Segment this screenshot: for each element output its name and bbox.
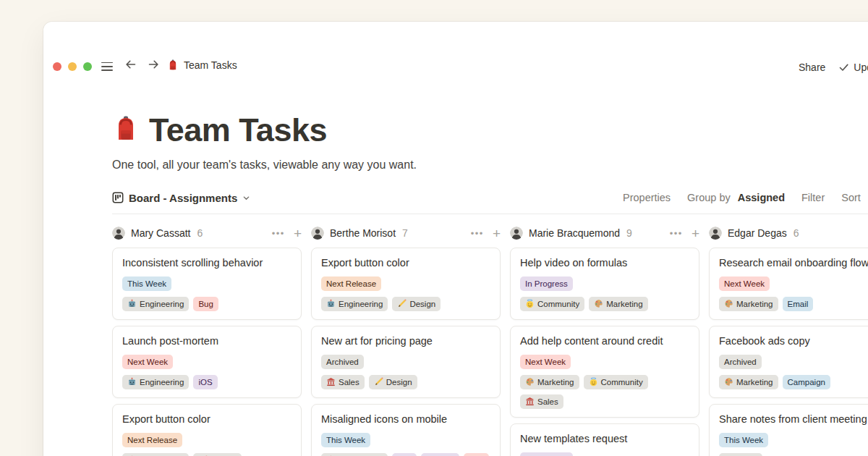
tag-pill: Engineering: [122, 297, 189, 311]
task-card[interactable]: Add help content around creditNext WeekM…: [510, 326, 699, 418]
tag-pill: In Progress: [520, 276, 573, 291]
zoom-window-button[interactable]: [83, 62, 92, 71]
pencil-icon: [397, 299, 407, 310]
task-card[interactable]: Help video on formulasIn ProgressCommuni…: [510, 248, 699, 320]
task-card[interactable]: Share notes from client meetingThis Week…: [709, 404, 868, 456]
tag-pill: Marketing: [589, 297, 648, 311]
tag-pill: Engineering: [122, 375, 189, 389]
tag-pill: This Week: [122, 276, 171, 291]
card-count: 6: [793, 227, 799, 239]
column-header: Edgar Degas6•••+: [709, 225, 868, 241]
bank-icon: [525, 397, 535, 408]
tag-pill: Design: [369, 375, 417, 389]
task-card[interactable]: Misaligned icons on mobileThis WeekEngin…: [311, 404, 501, 456]
properties-button[interactable]: Properties: [623, 192, 671, 203]
filter-button[interactable]: Filter: [801, 192, 825, 203]
task-title: Add help content around credit: [520, 334, 689, 348]
column-add-card-button[interactable]: +: [692, 227, 699, 240]
tag-pill: Marketing: [520, 375, 579, 389]
view-name: Board - Assignments: [129, 192, 237, 204]
tag-pill: Archived: [321, 355, 364, 369]
column-add-card-button[interactable]: +: [493, 227, 501, 240]
tag-pill: iOS: [193, 375, 217, 389]
task-title: Research email onboarding flows: [719, 256, 868, 270]
task-card[interactable]: New art for pricing pageArchivedSalesDes…: [311, 326, 501, 398]
column-add-card-button[interactable]: +: [294, 227, 302, 240]
column-more-button[interactable]: •••: [471, 228, 484, 239]
tag-pill: Sales: [719, 453, 762, 456]
tag-pill: In Progress: [520, 452, 573, 456]
task-title: Facebook ads copy: [719, 334, 868, 348]
column-header: Berthe Morisot7•••+: [311, 225, 501, 241]
column-more-button[interactable]: •••: [670, 228, 683, 239]
breadcrumb[interactable]: Team Tasks: [167, 59, 237, 71]
tag-pill: iOS: [392, 453, 416, 456]
task-title: New templates request: [520, 432, 689, 446]
window-chrome: Team Tasks Share Upd: [43, 22, 868, 81]
share-button[interactable]: Share: [799, 62, 825, 73]
view-toolbar: Board - Assignments Properties Group byA…: [112, 187, 868, 208]
tag-pill: Engineering: [321, 453, 388, 456]
task-title: Misaligned icons on mobile: [321, 413, 490, 426]
tag-pill: Email: [783, 297, 814, 311]
tag-pill: Design: [193, 453, 242, 456]
tag-pill: Next Release: [321, 276, 381, 291]
sidebar-menu-icon[interactable]: [101, 62, 113, 71]
task-card[interactable]: Export button colorNext ReleaseEngineeri…: [112, 404, 302, 456]
traffic-lights: [53, 62, 92, 71]
page-subtitle: One tool, all your team's tasks, viewabl…: [112, 159, 868, 172]
tag-pill: Community: [584, 375, 648, 389]
board-column: Berthe Morisot7•••+Export button colorNe…: [311, 225, 501, 456]
robot-icon: [326, 299, 336, 310]
tag-pill: Archived: [719, 355, 762, 369]
view-switcher[interactable]: Board - Assignments: [112, 192, 250, 204]
assignee-avatar: [709, 227, 722, 240]
pencil-icon: [374, 377, 383, 388]
board-view-icon: [112, 192, 124, 203]
forward-arrow-icon[interactable]: [147, 58, 161, 71]
tag-pill: Campaign: [783, 375, 830, 389]
back-arrow-icon[interactable]: [124, 58, 137, 71]
task-title: Inconsistent scrolling behavior: [122, 256, 292, 270]
tag-pill: Sales: [520, 394, 563, 409]
task-card[interactable]: Inconsistent scrolling behaviorThis Week…: [112, 248, 302, 320]
updates-button[interactable]: Upd: [838, 62, 868, 73]
tag-pill: This Week: [321, 433, 370, 447]
card-count: 6: [197, 227, 203, 239]
board-column: Mary Cassatt6•••+Inconsistent scrolling …: [112, 225, 302, 456]
tag-pill: Sales: [321, 375, 365, 389]
check-icon: [838, 62, 849, 72]
column-header: Mary Cassatt6•••+: [112, 225, 302, 241]
card-count: 7: [402, 227, 408, 239]
task-card[interactable]: Export button colorNext ReleaseEngineeri…: [311, 248, 501, 320]
tag-pill: Design: [392, 297, 441, 311]
kanban-board: Mary Cassatt6•••+Inconsistent scrolling …: [112, 225, 868, 456]
palette-icon: [724, 377, 733, 388]
page-icon-backpack[interactable]: [112, 115, 140, 145]
column-header: Marie Bracquemond9•••+: [510, 225, 699, 241]
palette-icon: [724, 299, 733, 310]
tag-pill: This Week: [719, 433, 768, 447]
backpack-icon: [167, 59, 179, 71]
minimize-window-button[interactable]: [68, 62, 77, 71]
assignee-name: Marie Bracquemond: [529, 227, 620, 239]
task-card[interactable]: New templates requestIn ProgressMarketin…: [510, 423, 699, 456]
task-card[interactable]: Research email onboarding flowsNext Week…: [709, 248, 868, 320]
column-more-button[interactable]: •••: [272, 228, 285, 239]
assignee-name: Mary Cassatt: [131, 227, 190, 239]
task-card[interactable]: Facebook ads copyArchivedMarketingCampai…: [709, 326, 868, 398]
assignee-avatar: [112, 227, 125, 240]
task-title: Launch post-mortem: [122, 334, 292, 348]
palette-icon: [594, 299, 603, 310]
tag-pill: Bug: [193, 297, 218, 311]
task-card[interactable]: Launch post-mortemNext WeekEngineeringiO…: [112, 326, 302, 398]
group-by-button[interactable]: Group byAssigned: [687, 192, 785, 203]
bank-icon: [326, 377, 336, 388]
task-title: New art for pricing page: [321, 334, 490, 348]
board-column: Edgar Degas6•••+Research email onboardin…: [709, 225, 868, 456]
tag-pill: Marketing: [719, 297, 778, 311]
app-window: Team Tasks Share Upd Team Tasks One tool…: [43, 22, 868, 456]
tag-pill: Engineering: [122, 453, 189, 456]
close-window-button[interactable]: [53, 62, 61, 71]
sort-button[interactable]: Sort: [841, 192, 861, 203]
